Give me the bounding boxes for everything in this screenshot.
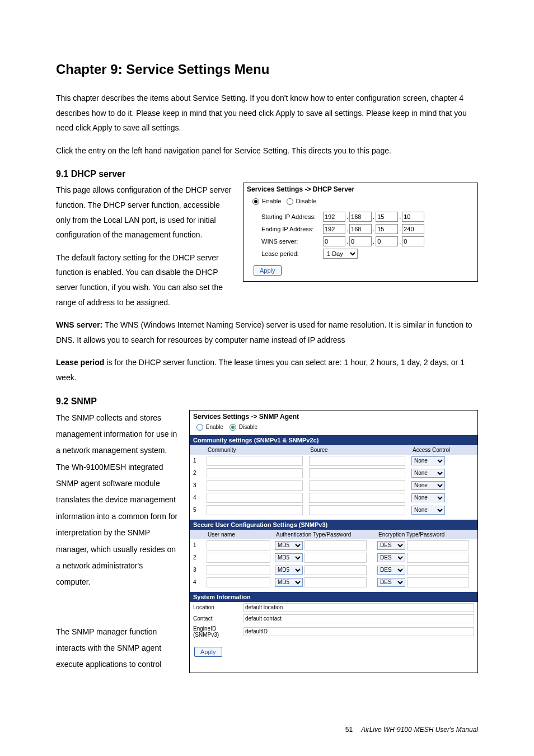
starting-ip-label: Starting IP Address: — [261, 213, 323, 220]
lease-bold: Lease period — [56, 358, 104, 367]
snmp-enable-radio[interactable] — [196, 424, 203, 431]
starting-ip-3[interactable] — [376, 212, 398, 222]
starting-ip-4[interactable] — [402, 212, 424, 222]
engineid-label: EngineID (SNMPv3) — [193, 626, 243, 638]
ending-ip-2[interactable] — [349, 224, 372, 234]
access-select[interactable]: None — [411, 469, 445, 478]
source-input[interactable] — [309, 480, 405, 491]
enc-col: Encryption Type/Password — [375, 530, 477, 539]
wins-ip-3[interactable] — [376, 236, 398, 246]
wns-bold: WNS server: — [56, 320, 102, 329]
wns-paragraph: WNS server: The WNS (Windows Internet Na… — [56, 318, 478, 347]
starting-ip-2[interactable] — [349, 212, 372, 222]
intro-paragraph-2: Click the entry on the left hand navigat… — [56, 143, 478, 158]
ending-ip-label: Ending IP Address: — [261, 226, 323, 232]
community-input[interactable] — [207, 456, 303, 466]
engineid-input[interactable] — [243, 627, 474, 636]
enc-pw-input[interactable] — [407, 565, 469, 575]
wins-label: WINS server: — [261, 238, 323, 245]
community-section-header: Community settings (SNMPv1 & SNMPv2c) — [190, 435, 477, 445]
dhcp-panel-title: Services Settings -> DHCP Server — [243, 183, 477, 197]
enc-select[interactable]: DES — [377, 566, 405, 575]
auth-pw-input[interactable] — [305, 565, 367, 575]
access-select[interactable]: None — [411, 493, 445, 502]
wins-ip-2[interactable] — [349, 236, 372, 246]
section-92-para-1: The SNMP collects and stores management … — [56, 413, 177, 587]
ending-ip-3[interactable] — [376, 224, 398, 234]
source-input[interactable] — [309, 456, 405, 466]
dhcp-disable-label: Disable — [296, 198, 317, 204]
enc-pw-input[interactable] — [407, 553, 469, 563]
sysinfo-section-header: System Information — [190, 592, 477, 602]
enc-select[interactable]: DES — [377, 553, 405, 562]
ending-ip-4[interactable] — [402, 224, 424, 234]
wins-ip-4[interactable] — [402, 236, 424, 246]
contact-label: Contact — [193, 615, 243, 622]
page-footer: 51 AirLive WH-9100-MESH User's Manual — [345, 726, 478, 734]
section-92-para-2: The SNMP manager function interacts with… — [56, 627, 161, 669]
intro-paragraph-1: This chapter describes the items about S… — [56, 91, 478, 136]
auth-select[interactable]: MD5 — [275, 553, 303, 562]
lease-label: Lease period: — [261, 250, 323, 257]
section-91-para-1: This page allows configuration of the DH… — [56, 183, 232, 242]
location-input[interactable] — [243, 603, 474, 612]
username-input[interactable] — [207, 540, 270, 550]
dhcp-server-panel: Services Settings -> DHCP Server Enable … — [243, 183, 478, 282]
section-91-para-2: The default factory setting for the DHCP… — [56, 250, 232, 310]
community-table: Community Source Access Control 1None 2N… — [190, 445, 477, 516]
source-input[interactable] — [309, 493, 405, 503]
secure-section-header: Secure User Configuration Settings (SNMP… — [190, 520, 477, 530]
enc-pw-input[interactable] — [407, 577, 469, 587]
auth-select[interactable]: MD5 — [275, 578, 303, 587]
access-select[interactable]: None — [411, 506, 445, 515]
starting-ip-1[interactable] — [323, 212, 345, 222]
page-number: 51 — [345, 726, 353, 734]
snmp-disable-radio[interactable] — [229, 424, 236, 431]
dhcp-disable-radio[interactable] — [287, 198, 293, 205]
community-input[interactable] — [207, 493, 303, 503]
community-input[interactable] — [207, 468, 303, 478]
username-input[interactable] — [207, 553, 270, 563]
snmp-agent-panel: Services Settings -> SNMP Agent Enable D… — [189, 410, 478, 673]
access-select[interactable]: None — [411, 481, 445, 490]
ending-ip-1[interactable] — [323, 224, 345, 234]
community-col: Community — [204, 445, 307, 455]
lease-period-select[interactable]: 1 Day — [323, 249, 358, 259]
auth-pw-input[interactable] — [305, 577, 367, 587]
lease-paragraph: Lease period is for the DHCP server func… — [56, 355, 478, 385]
access-select[interactable]: None — [411, 456, 445, 465]
username-col: User name — [204, 530, 273, 539]
enc-select[interactable]: DES — [377, 541, 405, 550]
auth-pw-input[interactable] — [305, 553, 367, 563]
section-91-title: 9.1 DHCP server — [56, 169, 478, 179]
contact-input[interactable] — [243, 614, 474, 623]
community-input[interactable] — [207, 505, 303, 515]
section-92-title: 9.2 SNMP — [56, 396, 478, 407]
secure-user-table: User name Authentication Type/Password E… — [190, 530, 477, 589]
wins-ip-1[interactable] — [323, 236, 345, 246]
location-label: Location — [193, 604, 243, 610]
dhcp-enable-label: Enable — [262, 198, 281, 204]
auth-select[interactable]: MD5 — [275, 541, 303, 550]
username-input[interactable] — [207, 565, 270, 575]
source-input[interactable] — [309, 468, 405, 478]
dhcp-enable-radio[interactable] — [252, 198, 259, 205]
snmp-enable-label: Enable — [206, 424, 223, 430]
source-input[interactable] — [309, 505, 405, 515]
auth-pw-input[interactable] — [305, 540, 367, 550]
access-col: Access Control — [409, 445, 477, 455]
enc-pw-input[interactable] — [407, 540, 469, 550]
chapter-title: Chapter 9: Service Settings Menu — [56, 62, 478, 77]
snmp-disable-label: Disable — [239, 424, 257, 430]
manual-title: AirLive WH-9100-MESH User's Manual — [361, 726, 478, 734]
auth-select[interactable]: MD5 — [275, 566, 303, 575]
source-col: Source — [307, 445, 409, 455]
community-input[interactable] — [207, 480, 303, 491]
username-input[interactable] — [207, 577, 270, 587]
snmp-apply-button[interactable]: Apply — [194, 647, 222, 657]
auth-col: Authentication Type/Password — [273, 530, 375, 539]
snmp-panel-title: Services Settings -> SNMP Agent — [190, 410, 477, 423]
enc-select[interactable]: DES — [377, 578, 405, 587]
dhcp-apply-button[interactable]: Apply — [254, 265, 282, 276]
